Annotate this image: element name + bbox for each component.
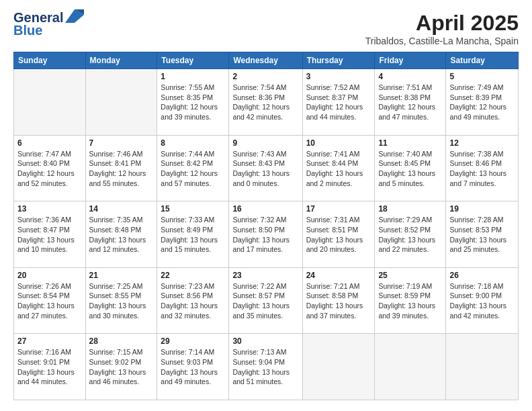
table-row: 11Sunrise: 7:40 AMSunset: 8:45 PMDayligh… — [375, 135, 446, 201]
day-number: 3 — [306, 72, 371, 81]
col-monday: Monday — [85, 52, 157, 69]
table-row: 9Sunrise: 7:43 AMSunset: 8:43 PMDaylight… — [229, 135, 302, 201]
table-row: 3Sunrise: 7:52 AMSunset: 8:37 PMDaylight… — [302, 69, 375, 136]
day-info: Sunrise: 7:15 AMSunset: 9:02 PMDaylight:… — [89, 347, 154, 387]
col-wednesday: Wednesday — [229, 52, 302, 69]
day-info: Sunrise: 7:14 AMSunset: 9:03 PMDaylight:… — [161, 347, 225, 387]
day-number: 7 — [89, 138, 154, 148]
table-row — [14, 69, 86, 136]
month-year: April 2025 — [365, 11, 519, 36]
table-row: 25Sunrise: 7:19 AMSunset: 8:59 PMDayligh… — [375, 267, 446, 334]
day-number: 23 — [232, 271, 298, 280]
day-info: Sunrise: 7:47 AMSunset: 8:40 PMDaylight:… — [17, 149, 82, 189]
day-number: 5 — [449, 72, 515, 81]
day-info: Sunrise: 7:16 AMSunset: 9:01 PMDaylight:… — [17, 347, 82, 387]
header: General Blue April 2025 Tribaldos, Casti… — [13, 11, 519, 46]
day-info: Sunrise: 7:46 AMSunset: 8:41 PMDaylight:… — [89, 149, 154, 189]
table-row: 8Sunrise: 7:44 AMSunset: 8:42 PMDaylight… — [157, 135, 229, 201]
day-info: Sunrise: 7:13 AMSunset: 9:04 PMDaylight:… — [232, 347, 298, 387]
day-number: 17 — [306, 204, 371, 214]
day-info: Sunrise: 7:18 AMSunset: 9:00 PMDaylight:… — [449, 281, 515, 321]
day-info: Sunrise: 7:28 AMSunset: 8:53 PMDaylight:… — [449, 215, 515, 255]
day-info: Sunrise: 7:32 AMSunset: 8:50 PMDaylight:… — [232, 215, 298, 255]
day-number: 6 — [17, 138, 82, 148]
table-row: 22Sunrise: 7:23 AMSunset: 8:56 PMDayligh… — [157, 267, 229, 334]
day-info: Sunrise: 7:44 AMSunset: 8:42 PMDaylight:… — [161, 149, 225, 189]
day-number: 19 — [449, 204, 515, 214]
calendar-table: Sunday Monday Tuesday Wednesday Thursday… — [13, 52, 519, 400]
day-number: 15 — [161, 204, 225, 214]
col-saturday: Saturday — [446, 52, 519, 69]
day-number: 30 — [232, 336, 298, 346]
day-info: Sunrise: 7:49 AMSunset: 8:39 PMDaylight:… — [449, 83, 515, 122]
table-row: 21Sunrise: 7:25 AMSunset: 8:55 PMDayligh… — [85, 267, 157, 334]
day-number: 12 — [449, 138, 515, 148]
table-row: 7Sunrise: 7:46 AMSunset: 8:41 PMDaylight… — [85, 135, 157, 201]
table-row: 5Sunrise: 7:49 AMSunset: 8:39 PMDaylight… — [446, 69, 519, 136]
day-number: 14 — [89, 204, 154, 214]
table-row — [375, 334, 446, 400]
page: General Blue April 2025 Tribaldos, Casti… — [0, 0, 532, 411]
table-row: 10Sunrise: 7:41 AMSunset: 8:44 PMDayligh… — [302, 135, 375, 201]
day-number: 27 — [17, 336, 82, 346]
table-row: 17Sunrise: 7:31 AMSunset: 8:51 PMDayligh… — [302, 201, 375, 268]
title-block: April 2025 Tribaldos, Castille-La Mancha… — [365, 11, 519, 46]
table-row: 27Sunrise: 7:16 AMSunset: 9:01 PMDayligh… — [14, 334, 86, 400]
logo: General Blue — [13, 11, 84, 38]
table-row: 15Sunrise: 7:33 AMSunset: 8:49 PMDayligh… — [157, 201, 229, 268]
table-row: 4Sunrise: 7:51 AMSunset: 8:38 PMDaylight… — [375, 69, 446, 136]
table-row: 16Sunrise: 7:32 AMSunset: 8:50 PMDayligh… — [229, 201, 302, 268]
day-number: 11 — [378, 138, 442, 148]
day-number: 29 — [161, 336, 225, 346]
calendar-header-row: Sunday Monday Tuesday Wednesday Thursday… — [14, 52, 519, 69]
day-info: Sunrise: 7:25 AMSunset: 8:55 PMDaylight:… — [89, 281, 154, 321]
day-info: Sunrise: 7:43 AMSunset: 8:43 PMDaylight:… — [232, 149, 298, 189]
col-thursday: Thursday — [302, 52, 375, 69]
location: Tribaldos, Castille-La Mancha, Spain — [365, 36, 519, 46]
table-row: 19Sunrise: 7:28 AMSunset: 8:53 PMDayligh… — [446, 201, 519, 268]
table-row — [446, 334, 519, 400]
table-row: 20Sunrise: 7:26 AMSunset: 8:54 PMDayligh… — [14, 267, 86, 334]
day-info: Sunrise: 7:35 AMSunset: 8:48 PMDaylight:… — [89, 215, 154, 255]
table-row: 14Sunrise: 7:35 AMSunset: 8:48 PMDayligh… — [85, 201, 157, 268]
table-row — [85, 69, 157, 136]
day-number: 10 — [306, 138, 371, 148]
table-row — [302, 334, 375, 400]
day-number: 26 — [449, 271, 515, 280]
day-info: Sunrise: 7:23 AMSunset: 8:56 PMDaylight:… — [161, 281, 225, 321]
day-number: 16 — [232, 204, 298, 214]
col-friday: Friday — [375, 52, 446, 69]
day-info: Sunrise: 7:21 AMSunset: 8:58 PMDaylight:… — [306, 281, 371, 321]
table-row: 13Sunrise: 7:36 AMSunset: 8:47 PMDayligh… — [14, 201, 86, 268]
day-number: 9 — [232, 138, 298, 148]
day-number: 22 — [161, 271, 225, 280]
table-row: 29Sunrise: 7:14 AMSunset: 9:03 PMDayligh… — [157, 334, 229, 400]
table-row: 18Sunrise: 7:29 AMSunset: 8:52 PMDayligh… — [375, 201, 446, 268]
day-number: 21 — [89, 271, 154, 280]
day-info: Sunrise: 7:41 AMSunset: 8:44 PMDaylight:… — [306, 149, 371, 189]
table-row: 12Sunrise: 7:38 AMSunset: 8:46 PMDayligh… — [446, 135, 519, 201]
day-number: 18 — [378, 204, 442, 214]
table-row: 26Sunrise: 7:18 AMSunset: 9:00 PMDayligh… — [446, 267, 519, 334]
day-info: Sunrise: 7:38 AMSunset: 8:46 PMDaylight:… — [449, 149, 515, 189]
day-number: 20 — [17, 271, 82, 280]
day-info: Sunrise: 7:31 AMSunset: 8:51 PMDaylight:… — [306, 215, 371, 255]
table-row: 24Sunrise: 7:21 AMSunset: 8:58 PMDayligh… — [302, 267, 375, 334]
day-info: Sunrise: 7:55 AMSunset: 8:35 PMDaylight:… — [161, 83, 225, 122]
day-info: Sunrise: 7:19 AMSunset: 8:59 PMDaylight:… — [378, 281, 442, 321]
col-tuesday: Tuesday — [157, 52, 229, 69]
day-info: Sunrise: 7:40 AMSunset: 8:45 PMDaylight:… — [378, 149, 442, 189]
day-number: 8 — [161, 138, 225, 148]
table-row: 23Sunrise: 7:22 AMSunset: 8:57 PMDayligh… — [229, 267, 302, 334]
day-info: Sunrise: 7:29 AMSunset: 8:52 PMDaylight:… — [378, 215, 442, 255]
day-number: 25 — [378, 271, 442, 280]
day-info: Sunrise: 7:36 AMSunset: 8:47 PMDaylight:… — [17, 215, 82, 255]
table-row: 1Sunrise: 7:55 AMSunset: 8:35 PMDaylight… — [157, 69, 229, 136]
table-row: 6Sunrise: 7:47 AMSunset: 8:40 PMDaylight… — [14, 135, 86, 201]
day-info: Sunrise: 7:54 AMSunset: 8:36 PMDaylight:… — [232, 83, 298, 122]
col-sunday: Sunday — [14, 52, 86, 69]
day-number: 4 — [378, 72, 442, 81]
day-info: Sunrise: 7:51 AMSunset: 8:38 PMDaylight:… — [378, 83, 442, 122]
logo-icon — [65, 9, 84, 23]
logo-blue: Blue — [13, 23, 42, 38]
